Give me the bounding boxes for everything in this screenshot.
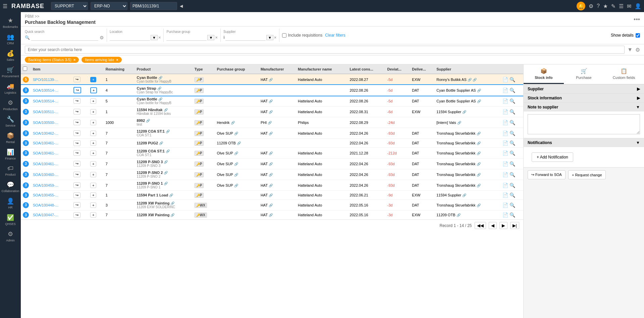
table-row[interactable]: 3 SOA/100511-... ↪ + 1 11594 Håndtak 🔗 H… [21,106,523,117]
mfr-link-icon[interactable]: 🔗 [269,132,273,135]
row-add-button[interactable]: + [90,192,96,198]
row-navigate-button[interactable]: ↪ [73,150,80,156]
pg-link-icon[interactable]: 🔗 [234,173,238,177]
hamburger-menu[interactable]: ☰ [3,3,7,9]
table-row[interactable]: 3 SOA/100461-... ↪ + 7 11209 COA ST:1 🔗 … [21,148,523,158]
mfr-link-icon[interactable]: 🔗 [269,203,273,207]
sidebar-item-qhses[interactable]: ✅ QHSES [0,212,21,228]
include-requisitions-checkbox[interactable] [282,33,286,38]
pg-link-icon[interactable]: 🔗 [234,132,238,135]
row-search-icon[interactable]: 🔍 [509,131,515,136]
row-add-button[interactable]: + [90,109,96,115]
row-navigate-button[interactable]: ↪ [73,192,80,198]
menu-icon[interactable]: ☰ [619,3,624,9]
settings-icon[interactable]: ⚙ [589,3,593,9]
user-icon[interactable]: 👤 [635,3,641,9]
row-search-icon[interactable]: 🔍 [509,161,515,167]
row-add-button[interactable]: + [90,202,96,208]
mfr-link-icon[interactable]: 🔗 [269,173,273,177]
row-add-button[interactable]: + [90,212,96,218]
row-add-action[interactable]: + [88,148,104,158]
row-document-icon[interactable]: 📄 [502,98,508,104]
product-link-icon[interactable]: 🔗 [157,87,161,90]
table-row[interactable]: 3 SOA/100461-... ↪ + 7 11209 PUG2 🔗 🔑P 1… [21,139,523,148]
row-search-icon[interactable]: 🔍 [509,192,515,198]
add-notification-button[interactable]: + Add Notification [532,152,573,162]
supplier-ext-icon[interactable]: 🔗 [457,121,461,125]
row-item[interactable]: SOA/100514-... [31,96,71,106]
notifications-section-header[interactable]: Notifications ▼ [524,138,644,147]
row-search-icon[interactable]: 🔍 [509,120,515,125]
supplier-ext-icon[interactable]: 🔗 [473,78,477,82]
breadcrumb[interactable]: PBM >> [25,14,96,19]
row-item[interactable]: SOA/100462-... [31,128,71,139]
purchase-group-input[interactable] [166,34,207,41]
table-row[interactable]: 3 SOA/100459-... ↪ + 7 11209 P-SNO 1 🔗 1… [21,180,523,191]
supplier-clear-button[interactable]: × [274,35,277,40]
product-link-icon[interactable]: 🔗 [159,141,163,145]
supplier-ext-icon[interactable]: 🔗 [477,141,481,145]
arrow-icon[interactable]: ◀ [180,4,183,8]
product-link-icon[interactable]: 🔗 [164,160,168,164]
row-search-icon[interactable]: 🔍 [509,109,515,115]
supplier-ext-icon[interactable]: 🔗 [477,162,481,166]
row-document-icon[interactable]: 📄 [502,140,508,146]
row-add-button[interactable]: + [90,172,96,177]
purchase-group-clear-button[interactable]: × [215,35,218,40]
search-settings-icon[interactable]: ⚙ [635,47,640,53]
product-link-icon[interactable]: 🔗 [158,97,162,101]
pg-link-icon[interactable]: 🔗 [234,184,238,187]
row-search-icon[interactable]: 🔍 [509,88,515,93]
row-document-icon[interactable]: 📄 [502,192,508,198]
sidebar-item-sales[interactable]: 💰 Sales [0,48,21,63]
pg-link-icon[interactable]: 🔗 [237,141,241,145]
sidebar-item-rental[interactable]: 📦 Rental [0,130,21,146]
row-navigate-action[interactable]: ↪ [71,191,88,200]
product-link-icon[interactable]: 🔗 [170,201,174,205]
row-item[interactable]: SOA/100511-... [31,106,71,117]
row-add-action[interactable]: + [88,96,104,106]
row-document-icon[interactable]: 📄 [502,212,508,218]
mail-icon[interactable]: ✉ [627,3,631,9]
table-row[interactable]: 3 SOA/100514-... ↪ + 5 Cyan Bottle 🔗 Cya… [21,96,523,106]
row-navigate-button[interactable]: ↪ [73,212,80,218]
row-add-action[interactable]: + [88,139,104,148]
row-search-icon[interactable]: 🔍 [509,172,515,177]
row-search-icon[interactable]: 🔍 [509,212,515,218]
supplier-ext-icon[interactable]: 🔗 [477,89,481,92]
row-item[interactable]: SOA/100461-... [31,158,71,169]
row-item[interactable]: SOA/100459-... [31,180,71,191]
row-search-icon[interactable]: 🔍 [509,98,515,104]
row-document-icon[interactable]: 📄 [502,172,508,177]
alert-button[interactable]: 🔔 [577,2,585,10]
supplier-dropdown-button[interactable]: ▼ [266,35,273,40]
row-navigate-button[interactable]: ↪ [73,202,80,208]
supplier-ext-icon[interactable]: 🔗 [457,213,461,217]
row-navigate-action[interactable]: ↪ [71,74,88,85]
path-input[interactable]: PBM/101139/1 [130,2,177,10]
sidebar-item-bookmarks[interactable]: ★ Bookmarks [0,15,21,31]
product-link-icon[interactable]: 🔗 [169,193,173,197]
mfr-link-icon[interactable]: 🔗 [268,121,272,125]
row-add-action[interactable]: + [88,85,104,96]
sidebar-item-hr[interactable]: 👤 HR [0,195,21,211]
supplier-ext-icon[interactable]: 🔗 [477,173,481,177]
mfr-link-icon[interactable]: 🔗 [269,151,273,155]
row-navigate-button[interactable]: ↪ [73,172,80,177]
row-navigate-action[interactable]: ↪ [71,96,88,106]
sidebar-item-finance[interactable]: 📊 Finance [0,146,21,162]
product-link-icon[interactable]: 🔗 [164,108,168,112]
sidebar-item-production[interactable]: ⚙ Production [0,97,21,113]
table-row[interactable]: 3 SOA/100455-... ↪ + 1 11594 Part 1 Load… [21,191,523,200]
filter-settings-icon[interactable]: ⚙ [100,35,104,40]
table-row[interactable]: 3 SOA/100500-... ↪ + 1000 8992 🔗 test 🔑P… [21,117,523,128]
note-to-supplier-section-header[interactable]: Note to supplier ▼ [524,103,644,111]
supplier-section-header[interactable]: Supplier ▶ [524,85,644,93]
row-add-action[interactable]: + [88,158,104,169]
edit-icon[interactable]: ✎ [611,3,615,9]
location-input[interactable] [110,34,150,41]
location-dropdown-button[interactable]: ▼ [151,35,158,40]
mfr-link-icon[interactable]: 🔗 [269,213,273,217]
row-item[interactable]: SOA/100455-... [31,191,71,200]
pagination-next-button[interactable]: ▶ [499,222,507,229]
